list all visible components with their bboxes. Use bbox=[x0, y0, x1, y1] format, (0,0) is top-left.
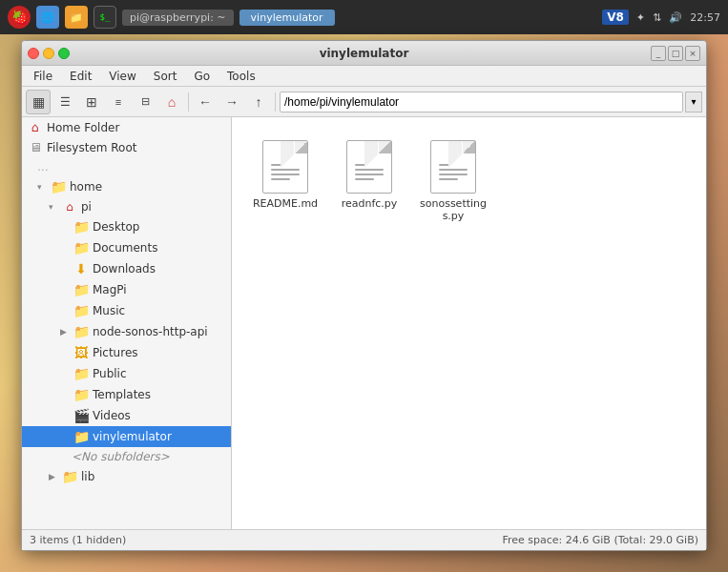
sidebar-item-music[interactable]: 📁 Music bbox=[22, 300, 231, 321]
file-lines-readme bbox=[271, 161, 300, 183]
sidebar-item-documents[interactable]: 📁 Documents bbox=[22, 237, 231, 258]
node-sonos-icon: 📁 bbox=[73, 324, 89, 339]
raspberry-icon[interactable]: 🍓 bbox=[8, 6, 31, 29]
location-dropdown[interactable]: ▾ bbox=[685, 92, 702, 112]
minimize-button[interactable] bbox=[43, 48, 54, 59]
file-item-readme[interactable]: README.md bbox=[247, 133, 323, 230]
arrow-node-sonos: ▶ bbox=[60, 327, 70, 337]
taskbar: 🍓 🌐 📁 $_ pi@raspberrypi: ~ vinylemulator… bbox=[0, 0, 728, 34]
window-controls: _ □ × bbox=[651, 46, 700, 61]
browser-icon[interactable]: 🌐 bbox=[36, 6, 59, 29]
file-lines-sonossettings bbox=[439, 161, 468, 183]
win-restore[interactable]: □ bbox=[668, 46, 683, 61]
sidebar-label-home-dir: home bbox=[70, 180, 102, 194]
main-area: ⌂ Home Folder 🖥 Filesystem Root ... ▾ 📁 … bbox=[22, 117, 706, 529]
sidebar-item-pi[interactable]: ▾ ⌂ pi bbox=[22, 197, 231, 216]
maximize-button[interactable] bbox=[58, 48, 70, 59]
home-btn[interactable]: ⌂ bbox=[159, 90, 184, 114]
sidebar-item-templates[interactable]: 📁 Templates bbox=[22, 384, 231, 405]
menu-view[interactable]: View bbox=[101, 68, 143, 85]
file-area: README.md readnfc.py bbox=[232, 117, 706, 529]
sidebar-item-home[interactable]: ▾ 📁 home bbox=[22, 176, 231, 197]
pi-icon: ⌂ bbox=[62, 200, 77, 214]
sidebar-label-music: Music bbox=[93, 304, 125, 317]
arrow-lib: ▶ bbox=[49, 472, 58, 481]
file-name-readnfc: readnfc.py bbox=[342, 197, 398, 210]
close-button[interactable] bbox=[28, 48, 39, 59]
sidebar-item-magpi[interactable]: 📁 MagPi bbox=[22, 279, 231, 300]
file-item-sonossettings[interactable]: sonossettings.py bbox=[415, 133, 491, 230]
file-line bbox=[355, 169, 384, 171]
home-folder-icon: ⌂ bbox=[28, 120, 43, 134]
sidebar-item-node-sonos[interactable]: ▶ 📁 node-sonos-http-api bbox=[22, 321, 231, 342]
view-detail-btn[interactable]: ≡ bbox=[106, 90, 131, 114]
sidebar-label-magpi: MagPi bbox=[93, 283, 127, 296]
forward-btn[interactable]: → bbox=[219, 90, 244, 114]
menu-go[interactable]: Go bbox=[186, 68, 218, 85]
arrow-pi: ▾ bbox=[49, 202, 58, 212]
active-window-label[interactable]: vinylemulator bbox=[239, 10, 335, 26]
file-icon-readnfc bbox=[346, 140, 392, 194]
bluetooth-icon: ✦ bbox=[636, 11, 645, 24]
sidebar-item-lib[interactable]: ▶ 📁 lib bbox=[22, 466, 231, 487]
sidebar-item-desktop[interactable]: 📁 Desktop bbox=[22, 216, 231, 237]
volume-icon: 🔊 bbox=[669, 11, 682, 24]
back-btn[interactable]: ← bbox=[193, 90, 218, 114]
view-compact-btn[interactable]: ⊞ bbox=[79, 90, 104, 114]
sidebar-item-downloads[interactable]: ⬇ Downloads bbox=[22, 258, 231, 279]
sidebar: ⌂ Home Folder 🖥 Filesystem Root ... ▾ 📁 … bbox=[22, 117, 232, 529]
terminal-icon[interactable]: $_ bbox=[94, 6, 116, 29]
sidebar-label-templates: Templates bbox=[93, 388, 151, 401]
pictures-icon: 🖼 bbox=[73, 345, 89, 360]
fold-readnfc bbox=[379, 141, 391, 153]
sidebar-item-videos[interactable]: 🎬 Videos bbox=[22, 405, 231, 426]
menu-edit[interactable]: Edit bbox=[62, 68, 99, 85]
view-list-btn[interactable]: ☰ bbox=[52, 90, 77, 114]
toolbar-sep-1 bbox=[188, 92, 189, 112]
free-space: Free space: 24.6 GiB (Total: 29.0 GiB) bbox=[502, 534, 698, 546]
location-bar[interactable] bbox=[280, 92, 683, 112]
file-line bbox=[439, 178, 458, 180]
sidebar-item-filesystem[interactable]: 🖥 Filesystem Root bbox=[22, 137, 231, 157]
sidebar-label-public: Public bbox=[93, 367, 127, 380]
no-subfolders-label: <No subfolders> bbox=[72, 450, 170, 463]
file-line bbox=[355, 178, 374, 180]
file-item-readnfc[interactable]: readnfc.py bbox=[331, 133, 407, 230]
videos-icon: 🎬 bbox=[73, 408, 89, 423]
public-icon: 📁 bbox=[73, 366, 89, 381]
sidebar-item-vinylemulator[interactable]: 📁 vinylemulator bbox=[22, 426, 231, 447]
sidebar-item-home-folder[interactable]: ⌂ Home Folder bbox=[22, 117, 231, 137]
fold-readme bbox=[295, 141, 307, 153]
view-detail2-btn[interactable]: ⊟ bbox=[133, 90, 157, 114]
filesystem-icon: 🖥 bbox=[28, 140, 43, 154]
view-icons-btn[interactable]: ▦ bbox=[26, 90, 51, 114]
file-icon-sonossettings bbox=[430, 140, 476, 194]
files-icon[interactable]: 📁 bbox=[65, 6, 88, 29]
up-btn[interactable]: ↑ bbox=[246, 90, 271, 114]
file-line bbox=[355, 164, 384, 166]
sidebar-label-vinylemulator: vinylemulator bbox=[93, 430, 172, 443]
sidebar-label-filesystem: Filesystem Root bbox=[47, 141, 136, 154]
fold-sonossettings bbox=[463, 141, 475, 153]
desktop-icon: 📁 bbox=[73, 219, 89, 235]
win-minimize[interactable]: _ bbox=[651, 46, 666, 61]
menubar: File Edit View Sort Go Tools bbox=[22, 66, 706, 87]
network-icon: ⇅ bbox=[653, 11, 661, 24]
file-line bbox=[271, 178, 290, 180]
menu-file[interactable]: File bbox=[26, 68, 60, 85]
menu-tools[interactable]: Tools bbox=[219, 68, 263, 85]
toolbar: ▦ ☰ ⊞ ≡ ⊟ ⌂ ← → ↑ ▾ bbox=[22, 87, 706, 117]
lib-icon: 📁 bbox=[62, 469, 77, 484]
menu-sort[interactable]: Sort bbox=[146, 68, 185, 85]
templates-icon: 📁 bbox=[73, 387, 89, 402]
toolbar-sep-2 bbox=[275, 92, 276, 112]
sidebar-label-documents: Documents bbox=[93, 241, 157, 255]
sidebar-item-pictures[interactable]: 🖼 Pictures bbox=[22, 342, 231, 363]
sidebar-item-public[interactable]: 📁 Public bbox=[22, 363, 231, 384]
file-name-sonossettings: sonossettings.py bbox=[419, 197, 488, 222]
file-line bbox=[271, 164, 300, 166]
sidebar-label-downloads: Downloads bbox=[93, 262, 156, 276]
terminal-label[interactable]: pi@raspberrypi: ~ bbox=[122, 10, 234, 26]
win-close[interactable]: × bbox=[685, 46, 700, 61]
sidebar-label-node-sonos: node-sonos-http-api bbox=[93, 325, 208, 338]
